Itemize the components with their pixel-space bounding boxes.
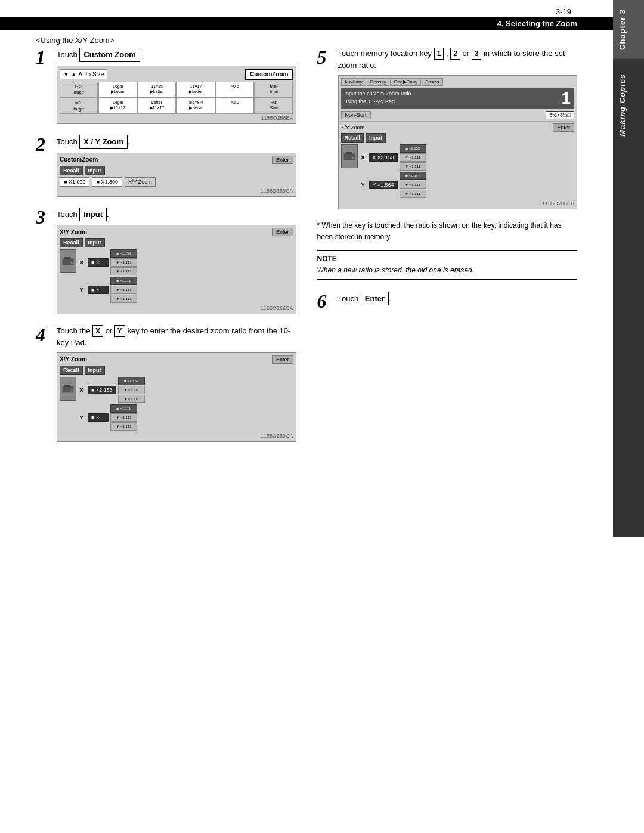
memory-key-3[interactable]: 3	[472, 48, 482, 60]
cell-11x17: 11×17▶Letter	[177, 82, 215, 98]
auto-size-label: Auto Size	[79, 71, 104, 78]
input-btn-3[interactable]: Input	[85, 238, 105, 247]
enter-btn-2[interactable]: Enter	[272, 156, 293, 164]
asterisk-note-text: * When the key is touched, the ratio is …	[317, 221, 562, 241]
step-2-text: Touch X / Y Zoom.	[57, 135, 296, 149]
y-value-5: Y ×1.564	[369, 181, 398, 189]
step-5-text-pre: Touch memory location key	[338, 49, 434, 58]
step-3-post: .	[107, 210, 109, 219]
recall-btn-3[interactable]: Recall	[60, 238, 83, 247]
step-4: 4 Touch the X or Y key to enter the desi…	[36, 325, 296, 442]
step-6-pre: Touch	[338, 294, 361, 303]
step-1-text: Touch Custom Zoom.	[57, 48, 296, 62]
step-4-content: Touch the X or Y key to enter the desire…	[57, 325, 296, 442]
custom-zoom-btn[interactable]: CustomZoom	[245, 69, 293, 80]
step-5-number: 5	[317, 48, 332, 67]
non-sort-btn[interactable]: Non-Sort	[341, 111, 371, 119]
step-6: 6 Touch Enter.	[317, 292, 578, 311]
y-key-4[interactable]: Y	[114, 325, 125, 337]
x-value-4: ■ ×2.153	[88, 386, 116, 394]
small-grid-3b: ■ ×1.111 ▼ ×1.111 ▼ ×1.111	[110, 277, 137, 303]
panel-1: ▼ ▲ Auto Size CustomZoom Re-duce Legal▶L…	[57, 66, 296, 125]
copier-icon-3	[60, 249, 76, 273]
custom-zoom-key[interactable]: Custom Zoom	[79, 48, 140, 62]
panel-5-code: 1155O268EB	[341, 200, 575, 206]
svg-point-5	[70, 389, 73, 392]
recall-btn-4[interactable]: Recall	[60, 366, 83, 375]
step-4-pre: Touch the	[57, 326, 92, 335]
tab-density[interactable]: Density	[367, 78, 390, 86]
right-column: 5 Touch memory location key 1 , 2 or 3 i…	[317, 48, 578, 448]
svg-rect-4	[64, 385, 70, 387]
panel5-xy-section: X/Y Zoom Enter Recall Input	[341, 121, 575, 199]
step-1: 1 Touch Custom Zoom. ▼ ▲ Auto Size Custo…	[36, 48, 296, 124]
step-3-number: 3	[36, 208, 51, 227]
enter-btn-4[interactable]: Enter	[272, 355, 293, 364]
recall-btn-5[interactable]: Recall	[341, 133, 364, 143]
using-xy-zoom-area: <Using the X/Y Zoom>	[0, 30, 613, 45]
memory-key-2[interactable]: 2	[450, 48, 460, 60]
panel-4-title: X/Y Zoom	[60, 356, 87, 363]
copier-icon-4	[60, 377, 76, 401]
big-number: 1	[561, 90, 571, 107]
cell-11x15: 11×15▶Letter	[138, 82, 176, 98]
step-5-content: Touch memory location key 1 , 2 or 3 in …	[338, 48, 578, 209]
xy-zoom-label-5: X/Y Zoom	[341, 125, 365, 131]
cell-minimal: Min-imal	[255, 82, 293, 98]
enter-btn-3[interactable]: Enter	[272, 228, 293, 236]
page-number: 3-19	[556, 7, 571, 16]
step-5-text: Touch memory location key 1 , 2 or 3 in …	[338, 48, 578, 72]
input-btn-2[interactable]: Input	[85, 166, 105, 175]
note-text: When a new ratio is stored, the old one …	[317, 265, 578, 275]
panel-3-code: 1155O266CA	[60, 305, 293, 311]
y-value-3: ■ ×	[88, 286, 109, 294]
recall-btn-2[interactable]: Recall	[60, 166, 83, 175]
auto-size-btn[interactable]: ▼ ▲ Auto Size	[60, 69, 107, 79]
cell-legal-letter: Legal▶Letter	[98, 82, 137, 98]
cell-legal-11x17: Legal▶11×17	[98, 98, 137, 114]
small-grid-5a: ■ ×2.153 ▼ ×1.111 ▼ ×1.111	[400, 144, 426, 171]
input-btn-4[interactable]: Input	[85, 366, 105, 375]
step-3-pre: Touch	[57, 210, 79, 219]
tab-orig-copy[interactable]: Orig▶Copy	[390, 78, 421, 86]
step-6-post: .	[389, 294, 391, 303]
xy-zoom-key[interactable]: X / Y Zoom	[79, 135, 128, 149]
step-2-number: 2	[36, 135, 51, 154]
panel-2-title: CustomZoom	[60, 156, 98, 163]
xy-zoom-btn-2[interactable]: X/Y Zoom	[125, 177, 156, 187]
step-3-content: Touch Input. X/Y Zoom Enter Recall Input	[57, 208, 296, 315]
input-btn-5[interactable]: Input	[366, 133, 386, 143]
x-label-4: X	[80, 387, 86, 393]
step-2-pre: Touch	[57, 137, 79, 146]
input-key[interactable]: Input	[79, 208, 107, 222]
small-grid-5b: ■ ×1.364 ▼ ×1.111 ▼ ×1.111	[400, 172, 426, 198]
panel-5: Auxiliary Density Orig▶Copy Basics Input…	[338, 75, 578, 209]
page-number-area: 3-19	[0, 0, 613, 17]
cell-reduce: Re-duce	[60, 82, 98, 98]
svg-point-8	[352, 157, 354, 159]
x-value-5: X ×2.153	[369, 153, 398, 162]
section-title-bar: 4. Selecting the Zoom	[0, 17, 613, 30]
cell-x05: ×0.5	[216, 82, 254, 98]
memory-key-1[interactable]: 1	[434, 48, 444, 60]
main-grid: 1 Touch Custom Zoom. ▼ ▲ Auto Size Custo…	[0, 45, 613, 460]
svg-point-2	[70, 262, 73, 264]
using-xy-zoom: <Using the X/Y Zoom>	[36, 36, 114, 45]
cell-letter-11x17: Letter▶11×17	[138, 98, 176, 114]
y-label-4: Y	[80, 414, 86, 420]
x-val2: ■ X1.300	[92, 177, 122, 187]
x-key-4[interactable]: X	[92, 325, 103, 337]
tab-auxiliary[interactable]: Auxiliary	[341, 78, 366, 86]
cell-5half: 5½×8½▶Legal	[177, 98, 215, 114]
small-grid-4b: ■ ×1.111 ▼ ×1.111 ▼ ×1.111	[110, 404, 137, 431]
note-title: NOTE	[317, 255, 578, 263]
step-3: 3 Touch Input. X/Y Zoom Enter Recall Inp	[36, 208, 296, 315]
step-5-text2: ,	[444, 49, 450, 58]
svg-rect-1	[64, 257, 70, 259]
cell-enlarge: En-large	[60, 98, 98, 114]
step-5: 5 Touch memory location key 1 , 2 or 3 i…	[317, 48, 578, 209]
tab-basics[interactable]: Basics	[422, 78, 443, 86]
enter-key-6[interactable]: Enter	[361, 292, 389, 306]
panel-3: X/Y Zoom Enter Recall Input	[57, 225, 296, 314]
enter-btn-5[interactable]: Enter	[553, 123, 574, 132]
